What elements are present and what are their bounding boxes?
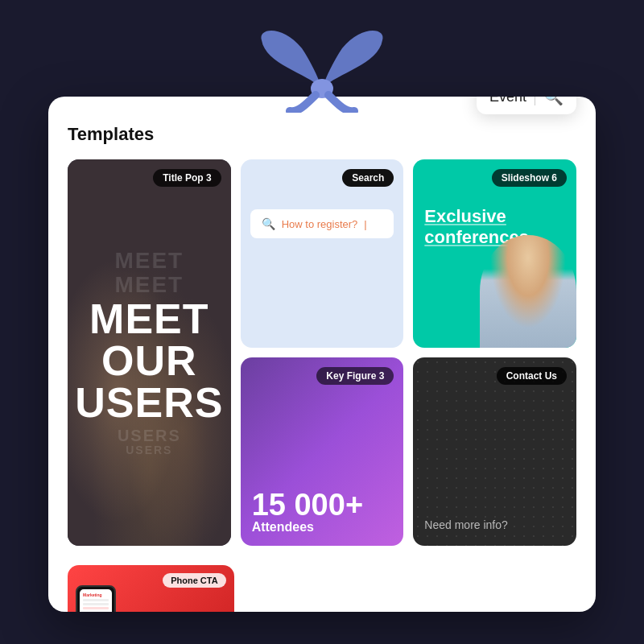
template-search[interactable]: Search 🔍 How to register? |	[241, 159, 404, 348]
key-figure-number: 15 000+	[252, 489, 393, 520]
search-cursor: |	[364, 218, 366, 230]
meet-line-1: MEET	[75, 298, 223, 340]
phone-cta-badge: Phone CTA	[163, 573, 225, 588]
contact-subtitle: Need more info?	[424, 518, 508, 531]
phone-screen-label: Marketing	[83, 592, 109, 597]
meet-shadow-2: MEET	[75, 273, 223, 298]
speaker-silhouette	[480, 235, 576, 348]
search-small-icon: 🔍	[262, 217, 275, 230]
bottom-extra-row: Phone CTA Marketing Find the event progr…	[68, 555, 576, 612]
search-badge: Search	[342, 169, 394, 187]
search-field-placeholder: How to register?	[282, 218, 358, 230]
templates-grid: Title Pop 3 MEET MEET MEET OUR USERS USE…	[68, 159, 576, 546]
search-bar-divider	[535, 97, 535, 105]
page-title: Templates	[68, 124, 576, 145]
meet-echo-2: USERS	[75, 444, 223, 456]
bow-decoration	[258, 24, 386, 113]
meet-shadow-1: MEET	[75, 249, 223, 274]
search-bar-label: Event	[489, 97, 526, 105]
meet-echo-1: USERS	[75, 427, 223, 444]
dot-pattern-bg	[413, 357, 576, 546]
search-icon[interactable]: 🔍	[543, 97, 564, 106]
main-card: Event 🔍 Templates Title Pop 3 MEET MEET …	[48, 97, 596, 612]
template-slideshow[interactable]: Slideshow 6 Exclusive conferences	[413, 159, 576, 348]
title-pop-badge: Title Pop 3	[153, 169, 221, 187]
key-figure-label: Attendees	[252, 520, 393, 535]
phone-screen: Marketing	[80, 589, 112, 612]
scene: Event 🔍 Templates Title Pop 3 MEET MEET …	[48, 32, 596, 612]
search-field-mock[interactable]: 🔍 How to register? |	[250, 209, 394, 238]
template-phone-cta[interactable]: Phone CTA Marketing Find the event progr…	[68, 565, 234, 612]
slideshow-badge: Slideshow 6	[492, 169, 567, 187]
meet-line-3: USERS	[75, 382, 223, 423]
card-header: Templates	[68, 124, 576, 145]
key-figure-badge: Key Figure 3	[316, 367, 394, 385]
phone-mock: Marketing	[76, 585, 116, 612]
meet-line-2: OUR	[75, 340, 223, 382]
template-title-pop[interactable]: Title Pop 3 MEET MEET MEET OUR USERS USE…	[68, 159, 231, 546]
contact-badge: Contact Us	[497, 367, 567, 385]
meet-text: MEET MEET MEET OUR USERS USERS USERS	[75, 249, 223, 457]
search-bar[interactable]: Event 🔍	[477, 97, 576, 114]
template-key-figure[interactable]: Key Figure 3 15 000+ Attendees	[241, 357, 404, 546]
phone-screen-lines	[83, 599, 109, 609]
template-contact[interactable]: Contact Us Need more info?	[413, 357, 576, 546]
